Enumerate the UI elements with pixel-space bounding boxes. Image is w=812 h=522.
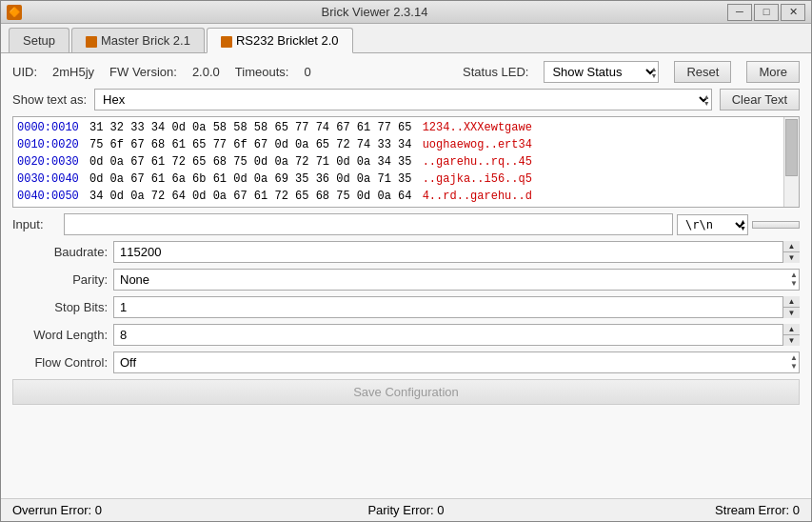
input-field[interactable] bbox=[64, 213, 673, 235]
hex-display[interactable]: 0000:0010 31 32 33 34 0d 0a 58 58 58 65 … bbox=[12, 116, 800, 208]
stop-bits-spinbox: ▲ ▼ bbox=[113, 296, 800, 318]
word-length-up[interactable]: ▲ bbox=[783, 324, 800, 335]
overrun-label: Overrun Error: bbox=[12, 503, 91, 517]
app-icon: 🔶 bbox=[7, 5, 22, 20]
word-length-spinbox: ▲ ▼ bbox=[113, 324, 800, 346]
stop-bits-label: Stop Bits: bbox=[12, 300, 108, 314]
word-length-down[interactable]: ▼ bbox=[783, 335, 800, 346]
show-text-label: Show text as: bbox=[12, 92, 87, 107]
stop-bits-spin-arrows: ▲ ▼ bbox=[782, 296, 800, 318]
stop-bits-down[interactable]: ▼ bbox=[783, 308, 800, 318]
stream-label: Stream Error: bbox=[715, 503, 789, 517]
stream-error: Stream Error: 0 bbox=[543, 503, 800, 517]
baudrate-down[interactable]: ▼ bbox=[783, 252, 800, 263]
rs232-tab-icon bbox=[221, 36, 232, 48]
word-length-label: Word Length: bbox=[12, 328, 108, 342]
status-led-label: Status LED: bbox=[463, 65, 528, 79]
flow-control-label: Flow Control: bbox=[12, 355, 108, 370]
hex-row-2: 0020:0030 0d 0a 67 61 72 65 68 75 0d 0a … bbox=[17, 153, 795, 171]
parity-label: Parity Error: bbox=[367, 503, 433, 517]
hex-row-0: 0000:0010 31 32 33 34 0d 0a 58 58 58 65 … bbox=[17, 119, 795, 136]
flow-control-select[interactable]: Off Software Hardware bbox=[113, 351, 800, 373]
fw-label: FW Version: bbox=[109, 65, 177, 79]
show-text-row: Show text as: Hex ASCII ▲ ▼ Clear Text bbox=[12, 89, 800, 110]
reset-button[interactable]: Reset bbox=[674, 61, 731, 83]
parity-error: Parity Error: 0 bbox=[277, 503, 534, 517]
hex-ascii-2: ..garehu..rq..45 bbox=[423, 153, 532, 171]
hex-addr-4: 0040:0050 bbox=[17, 188, 79, 205]
hex-rows: 0000:0010 31 32 33 34 0d 0a 58 58 58 65 … bbox=[17, 119, 795, 208]
newline-select[interactable]: \r\n \r \n None bbox=[677, 214, 748, 235]
tab-rs232[interactable]: RS232 Bricklet 2.0 bbox=[207, 28, 353, 53]
baudrate-spin-arrows: ▲ ▼ bbox=[782, 241, 800, 263]
maximize-button[interactable]: □ bbox=[754, 4, 779, 21]
hex-bytes-0: 31 32 33 34 0d 0a 58 58 58 65 77 74 67 6… bbox=[83, 119, 419, 136]
hex-addr-2: 0020:0030 bbox=[17, 153, 79, 171]
timeouts-label: Timeouts: bbox=[235, 65, 289, 79]
hex-addr-0: 0000:0010 bbox=[17, 119, 79, 136]
stop-bits-up[interactable]: ▲ bbox=[783, 296, 800, 308]
title-bar: 🔶 Brick Viewer 2.3.14 ─ □ ✕ bbox=[1, 1, 811, 24]
close-button[interactable]: ✕ bbox=[781, 4, 805, 21]
hex-ascii-1: uoghaewog..ert34 bbox=[423, 136, 532, 153]
flow-control-wrapper: Off Software Hardware ▲ ▼ bbox=[113, 351, 800, 373]
input-row: Input: \r\n \r \n None ▲ ▼ bbox=[12, 213, 800, 235]
stream-value: 0 bbox=[793, 503, 800, 517]
baudrate-label: Baudrate: bbox=[12, 245, 108, 259]
hex-addr-1: 0010:0020 bbox=[17, 136, 79, 153]
window-controls: ─ □ ✕ bbox=[727, 4, 805, 21]
hex-bytes-5: 68 6a 64 75 69 0d 0a 64 72 7a 0d 0a 72 6… bbox=[83, 205, 419, 208]
hex-row-5: 0050:0060 68 6a 64 75 69 0d 0a 64 72 7a … bbox=[17, 205, 795, 208]
tab-rs232-label: RS232 Bricklet 2.0 bbox=[236, 33, 339, 48]
scrollbar[interactable] bbox=[783, 117, 799, 207]
status-led-wrapper: Show Status On Off ▲ ▼ bbox=[544, 61, 659, 83]
parity-label: Parity: bbox=[12, 272, 108, 287]
newline-wrapper: \r\n \r \n None ▲ ▼ bbox=[677, 214, 748, 235]
scrollbar-thumb[interactable] bbox=[785, 119, 798, 176]
minimize-button[interactable]: ─ bbox=[727, 4, 752, 21]
word-length-spin-arrows: ▲ ▼ bbox=[782, 324, 800, 346]
tab-bar: Setup Master Brick 2.1 RS232 Bricklet 2.… bbox=[1, 24, 811, 53]
parity-select[interactable]: None Odd Even bbox=[113, 269, 800, 291]
uid-label: UID: bbox=[12, 65, 37, 79]
save-config-button[interactable]: Save Configuration bbox=[12, 379, 800, 405]
timeouts-value: 0 bbox=[304, 65, 310, 79]
flow-control-row: Flow Control: Off Software Hardware ▲ ▼ bbox=[12, 351, 800, 373]
status-led-select[interactable]: Show Status On Off bbox=[544, 61, 659, 83]
stop-bits-row: Stop Bits: ▲ ▼ bbox=[12, 296, 800, 318]
status-bar: Overrun Error: 0 Parity Error: 0 Stream … bbox=[1, 498, 811, 521]
hex-bytes-2: 0d 0a 67 61 72 65 68 75 0d 0a 72 71 0d 0… bbox=[83, 153, 419, 171]
hex-ascii-4: 4..rd..garehu..d bbox=[423, 188, 532, 205]
tab-master-label: Master Brick 2.1 bbox=[101, 33, 190, 48]
baudrate-spinbox: ▲ ▼ bbox=[113, 241, 800, 263]
hex-row-4: 0040:0050 34 0d 0a 72 64 0d 0a 67 61 72 … bbox=[17, 188, 795, 205]
show-text-select[interactable]: Hex ASCII bbox=[94, 89, 712, 110]
fw-value: 2.0.0 bbox=[192, 65, 220, 79]
baudrate-input[interactable] bbox=[113, 241, 800, 263]
window-title: Brick Viewer 2.3.14 bbox=[22, 5, 727, 19]
send-button[interactable] bbox=[752, 221, 800, 229]
main-content: UID: 2mH5jy FW Version: 2.0.0 Timeouts: … bbox=[1, 53, 811, 498]
hex-addr-5: 0050:0060 bbox=[17, 205, 79, 208]
baudrate-up[interactable]: ▲ bbox=[783, 241, 800, 252]
overrun-value: 0 bbox=[95, 503, 102, 517]
master-tab-icon bbox=[86, 36, 97, 48]
clear-text-button[interactable]: Clear Text bbox=[720, 89, 800, 110]
hex-addr-3: 0030:0040 bbox=[17, 171, 79, 188]
tab-master[interactable]: Master Brick 2.1 bbox=[71, 28, 205, 52]
hex-row-3: 0030:0040 0d 0a 67 61 6a 6b 61 0d 0a 69 … bbox=[17, 171, 795, 188]
uid-row: UID: 2mH5jy FW Version: 2.0.0 Timeouts: … bbox=[12, 61, 800, 83]
stop-bits-input[interactable] bbox=[113, 296, 800, 318]
word-length-input[interactable] bbox=[113, 324, 800, 346]
hex-bytes-1: 75 6f 67 68 61 65 77 6f 67 0d 0a 65 72 7… bbox=[83, 136, 419, 153]
tab-setup[interactable]: Setup bbox=[9, 28, 69, 52]
more-button[interactable]: More bbox=[746, 61, 800, 83]
word-length-row: Word Length: ▲ ▼ bbox=[12, 324, 800, 346]
hex-row-1: 0010:0020 75 6f 67 68 61 65 77 6f 67 0d … bbox=[17, 136, 795, 153]
hex-ascii-3: ..gajka..i56..q5 bbox=[423, 171, 532, 188]
hex-ascii-5: hjdui..drz..rgrr bbox=[423, 205, 532, 208]
input-label: Input: bbox=[12, 217, 60, 231]
overrun-error: Overrun Error: 0 bbox=[12, 503, 269, 517]
tab-setup-label: Setup bbox=[23, 33, 55, 48]
parity-value: 0 bbox=[437, 503, 444, 517]
